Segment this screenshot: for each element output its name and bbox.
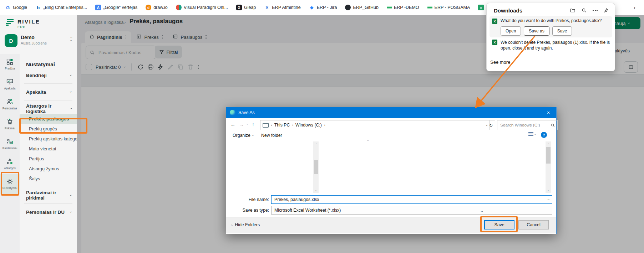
bookmark-erp-demo[interactable]: ERP -DEMO: [387, 5, 419, 10]
scroll-down-icon[interactable]: ›: [546, 188, 551, 193]
gleap-icon: G: [236, 5, 242, 10]
scroll-up-icon[interactable]: ›: [546, 141, 551, 147]
bookmark-erp-atmintinė[interactable]: ×ERP Atmintinė: [264, 5, 300, 10]
bookmark-visual-paradigm-onl[interactable]: Visual Paradigm Onl...: [176, 5, 228, 10]
dialog-close-button[interactable]: ×: [541, 107, 556, 118]
scroll-up-icon[interactable]: ›: [314, 141, 319, 147]
more-options-icon[interactable]: [593, 10, 598, 11]
forward-button[interactable]: →: [239, 122, 244, 127]
rail-item-pirkimai[interactable]: Pirkimai: [0, 114, 20, 134]
cancel-button[interactable]: Cancel: [518, 220, 549, 229]
organize-label: Organize: [233, 133, 250, 138]
nav-item-mato-vienetai[interactable]: Mato vienetai: [20, 144, 77, 154]
bookmarks-overflow-chevron[interactable]: ›: [634, 4, 635, 10]
crumb-separator: ›: [292, 123, 293, 127]
bookmark-label: ERP Atmintinė: [272, 5, 300, 10]
bookmark-label: ERP -DEMO: [394, 5, 419, 10]
chevron-up-icon: ›: [69, 108, 73, 109]
dialog-title-bar[interactable]: Save As: [226, 107, 556, 118]
bookmark-erp-github[interactable]: ERP_GitHub: [345, 5, 379, 10]
bookmark-draw-io[interactable]: ddraw.io: [146, 5, 168, 10]
dialog-search-box[interactable]: [497, 120, 558, 130]
rail-item-apskaita[interactable]: Apskaita: [0, 74, 20, 94]
save-type-combo[interactable]: Microsoft Excel Worksheet (*.xlsx) ›: [271, 206, 552, 215]
vp-icon: [176, 5, 182, 10]
dialog-footer: › Hide Folders Save Cancel: [226, 217, 556, 233]
file-list: [320, 141, 545, 190]
see-more-link[interactable]: See more: [490, 60, 510, 65]
rail-item-personalas[interactable]: Personalas: [0, 94, 20, 114]
rail-item-atsargos[interactable]: Atsargos: [0, 154, 20, 174]
chevron-down-icon: ›: [69, 195, 73, 196]
hide-folders-button[interactable]: › Hide Folders: [231, 222, 260, 227]
chevron-down-icon[interactable]: ›: [547, 196, 551, 203]
back-button[interactable]: ←: [230, 122, 235, 127]
nav-section-label: Pardavimai ir pirkimai: [26, 190, 70, 201]
rivile-logo[interactable]: RIVILE ERP: [5, 19, 40, 29]
file-name-combo[interactable]: ›: [271, 195, 552, 204]
scrollbar-thumb[interactable]: [546, 147, 551, 164]
nav-item-partijos[interactable]: Partijos: [20, 154, 77, 164]
open-folder-icon[interactable]: [570, 7, 575, 13]
bookmark-label: „Google“ vertėjas: [103, 5, 137, 10]
rail-item-pradžia[interactable]: Pradžia: [0, 54, 20, 74]
nav-section-apskaita[interactable]: Apskaita›: [20, 87, 77, 97]
bookmark-google-vertėjas[interactable]: A„Google“ vertėjas: [95, 5, 137, 10]
sheets-icon: [387, 6, 392, 9]
refresh-button[interactable]: ↻: [487, 120, 495, 130]
bookmark-bing-chat-enterpris[interactable]: b„Bing Chat Enterpris...: [35, 5, 87, 10]
up-button[interactable]: ↑: [252, 122, 254, 127]
new-folder-button[interactable]: New folder: [261, 133, 282, 138]
bookmark-gleap[interactable]: GGleap: [236, 5, 256, 10]
crumb-separator: ›: [271, 123, 272, 127]
bookmark-erp-jira[interactable]: ◆ERP - Jira: [309, 5, 337, 10]
scroll-down-icon[interactable]: ›: [314, 188, 319, 193]
nav-item-atsargų-žymos[interactable]: Atsargų žymos: [20, 164, 77, 174]
account-chevrons-icon[interactable]: ››: [71, 36, 72, 42]
nav-item-prekių-apskaitos-kategorijos[interactable]: Prekių apskaitos kategorijos: [20, 134, 77, 144]
nav-item-prekių-grupės[interactable]: Prekių grupės: [20, 124, 77, 134]
bookmark-label: ERP - POSGAMA: [435, 5, 470, 10]
jira-icon: ◆: [309, 5, 315, 10]
pin-icon[interactable]: [603, 7, 609, 13]
sales-icon: [6, 138, 14, 145]
rail-item-nustatymai[interactable]: Nustatymai: [0, 174, 20, 194]
address-crumb-this-pc[interactable]: This PC: [274, 123, 290, 128]
bookmark-label: Google: [13, 5, 27, 10]
downloads-toolbar: [570, 7, 609, 13]
account-switcher[interactable]: D Demo Aušra Juodienė ››: [0, 33, 77, 50]
history-chevron[interactable]: ›: [245, 124, 249, 125]
nav-section-label: Bendrieji: [26, 73, 47, 78]
chevron-down-icon: ›: [69, 74, 73, 76]
nav-section-atsargos-ir-logistika[interactable]: Atsargos ir logistika›: [20, 103, 77, 114]
rail-item-pardavimai[interactable]: Pardavimai: [0, 134, 20, 154]
save-button[interactable]: Save: [484, 220, 514, 229]
open-button[interactable]: Open: [501, 26, 521, 36]
nav-item-šalys[interactable]: Šalys: [20, 174, 77, 184]
search-icon[interactable]: [581, 7, 587, 13]
save-button[interactable]: Save: [552, 26, 572, 36]
nav-section-bendrieji[interactable]: Bendrieji›: [20, 70, 77, 81]
logo-subtitle: ERP: [17, 25, 40, 29]
nav-section-personalas-ir-du[interactable]: Personalas ir DU›: [20, 207, 77, 217]
bookmark-label: Gleap: [244, 5, 256, 10]
scrollbar-thumb[interactable]: [314, 160, 318, 174]
bookmark-erp-posgama[interactable]: ERP - POSGAMA: [427, 5, 470, 10]
organize-button[interactable]: Organize ›: [233, 133, 253, 138]
help-button[interactable]: ?: [541, 132, 547, 138]
dialog-search-input[interactable]: [500, 122, 543, 128]
address-bar[interactable]: › This PC › Windows (C:) › ›: [260, 120, 490, 130]
tree-scrollbar[interactable]: › ›: [313, 141, 319, 193]
address-crumb-windows-c[interactable]: Windows (C:): [295, 123, 322, 128]
file-list-scrollbar[interactable]: › ›: [546, 141, 551, 193]
file-name-input[interactable]: [272, 197, 545, 202]
drawio-icon: d: [146, 5, 151, 10]
chevron-down-icon: ›: [251, 135, 254, 136]
bookmark-google[interactable]: GGoogle: [5, 5, 27, 10]
nav-item-prekės-paslaugos[interactable]: Prekės, paslaugos: [20, 114, 86, 124]
save-as-button[interactable]: Save as: [524, 26, 549, 36]
account-user: Aušra Juodienė: [21, 41, 47, 45]
nav-section-pardavimai-ir-pirkimai[interactable]: Pardavimai ir pirkimai›: [20, 190, 77, 201]
view-options-button[interactable]: ›: [528, 132, 536, 136]
chevron-down-icon[interactable]: ›: [480, 140, 485, 253]
